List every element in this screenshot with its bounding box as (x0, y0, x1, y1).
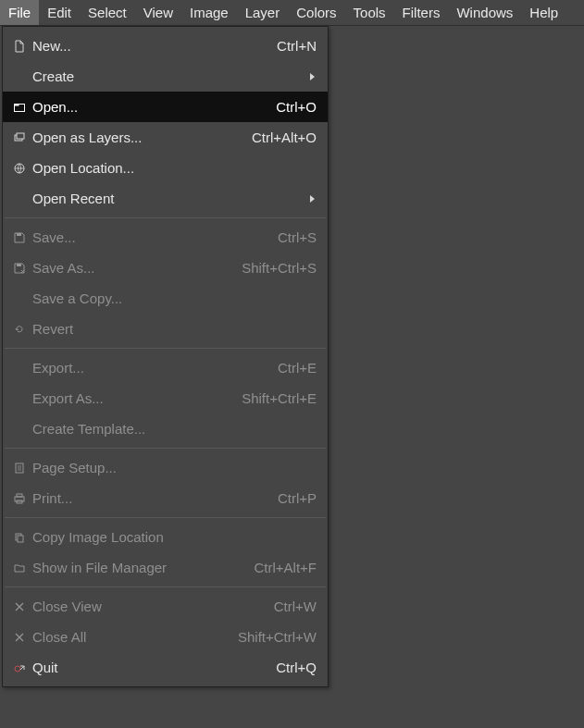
save-icon (10, 231, 29, 244)
menu-item-label: Copy Image Location (29, 529, 317, 545)
menu-item-label: Save a Copy... (29, 290, 317, 306)
menu-item-label: Open Location... (29, 160, 317, 176)
layers-icon (10, 131, 29, 144)
svg-rect-3 (17, 133, 24, 139)
menubar-item-view[interactable]: View (135, 0, 181, 25)
menu-item-label: Export... (29, 360, 267, 376)
menu-item-label: Page Setup... (29, 460, 317, 475)
menubar-item-image[interactable]: Image (181, 0, 237, 25)
menu-item-accel: Shift+Ctrl+W (227, 629, 317, 645)
menu-item-accel: Ctrl+O (265, 99, 317, 115)
menu-item-label: Create (29, 68, 298, 84)
close-all-icon (10, 632, 29, 643)
menubar-item-filters[interactable]: Filters (394, 0, 449, 25)
menu-item-label: Open Recent (29, 191, 298, 206)
menu-item-accel: Ctrl+P (267, 490, 317, 506)
menu-item-quit[interactable]: Quit Ctrl+Q (3, 652, 328, 683)
menu-item-export-as: Export As... Shift+Ctrl+E (3, 383, 328, 413)
menu-item-copy-image-location: Copy Image Location (3, 522, 328, 552)
menu-separator (5, 586, 326, 587)
menu-item-accel: Ctrl+Q (265, 660, 317, 675)
menu-item-accel: Ctrl+W (263, 598, 317, 614)
menu-item-accel: Ctrl+N (266, 38, 317, 54)
menu-item-accel: Ctrl+E (267, 360, 317, 376)
menu-item-save: Save... Ctrl+S (3, 222, 328, 253)
menu-item-accel: Ctrl+Alt+O (241, 130, 317, 145)
menu-item-open-as-layers[interactable]: Open as Layers... Ctrl+Alt+O (3, 122, 328, 153)
menu-item-open-recent[interactable]: Open Recent (3, 183, 328, 214)
file-menu: New... Ctrl+N Create Open... Ctrl+O Open… (2, 26, 329, 687)
menu-item-label: Show in File Manager (29, 560, 242, 575)
menu-item-accel: Ctrl+S (267, 229, 317, 245)
folder-icon (10, 561, 29, 574)
menubar-item-file[interactable]: File (0, 0, 39, 25)
menu-item-label: Open... (29, 99, 265, 115)
menu-item-label: Export As... (29, 390, 230, 406)
svg-rect-5 (17, 233, 21, 236)
svg-point-13 (15, 666, 20, 672)
menubar-item-colors[interactable]: Colors (288, 0, 344, 25)
page-setup-icon (10, 462, 29, 475)
menu-item-label: Open as Layers... (29, 130, 241, 145)
menubar-item-edit[interactable]: Edit (39, 0, 80, 25)
menu-item-label: Quit (29, 660, 265, 675)
submenu-chevron-icon (298, 72, 317, 81)
menu-item-page-setup: Page Setup... (3, 452, 328, 483)
menu-item-label: Print... (29, 490, 267, 506)
menu-item-label: Close View (29, 598, 263, 614)
revert-icon (10, 323, 29, 336)
menubar-item-help[interactable]: Help (521, 0, 566, 25)
menu-item-create[interactable]: Create (3, 61, 328, 92)
svg-rect-12 (18, 536, 23, 542)
svg-rect-9 (17, 494, 22, 497)
menu-separator (5, 517, 326, 518)
svg-rect-1 (15, 104, 19, 105)
close-icon (10, 601, 29, 612)
submenu-chevron-icon (298, 194, 317, 204)
menubar-item-select[interactable]: Select (80, 0, 135, 25)
menu-item-open[interactable]: Open... Ctrl+O (3, 92, 328, 122)
menubar-item-layer[interactable]: Layer (237, 0, 289, 25)
menu-item-accel: Ctrl+Alt+F (242, 560, 317, 575)
menu-item-print: Print... Ctrl+P (3, 483, 328, 513)
globe-icon (10, 162, 29, 175)
menu-item-label: Create Template... (29, 421, 317, 437)
menu-item-export: Export... Ctrl+E (3, 352, 328, 383)
new-file-icon (10, 40, 29, 53)
menu-item-new[interactable]: New... Ctrl+N (3, 31, 328, 61)
quit-icon (10, 661, 29, 674)
menu-separator (5, 217, 326, 218)
menu-item-label: Close All (29, 629, 227, 645)
menu-separator (5, 448, 326, 449)
menu-item-save-a-copy: Save a Copy... (3, 283, 328, 314)
menu-item-accel: Shift+Ctrl+E (230, 390, 317, 406)
menu-separator (5, 348, 326, 349)
menu-item-label: Save As... (29, 260, 230, 276)
menu-item-open-location[interactable]: Open Location... (3, 153, 328, 183)
open-icon (10, 101, 29, 114)
save-as-icon (10, 262, 29, 275)
menu-item-close-all: Close All Shift+Ctrl+W (3, 622, 328, 652)
menu-item-create-template: Create Template... (3, 413, 328, 444)
print-icon (10, 492, 29, 505)
menu-item-label: New... (29, 38, 266, 54)
menu-item-accel: Shift+Ctrl+S (230, 260, 317, 276)
copy-icon (10, 531, 29, 544)
menu-item-close-view: Close View Ctrl+W (3, 591, 328, 622)
menu-item-label: Revert (29, 321, 317, 337)
menu-item-save-as: Save As... Shift+Ctrl+S (3, 253, 328, 283)
svg-rect-6 (17, 264, 21, 266)
menu-item-label: Save... (29, 229, 267, 245)
menu-item-show-in-file-manager: Show in File Manager Ctrl+Alt+F (3, 552, 328, 583)
menubar: File Edit Select View Image Layer Colors… (0, 0, 584, 26)
menu-item-revert: Revert (3, 314, 328, 344)
menubar-item-tools[interactable]: Tools (345, 0, 394, 25)
menubar-item-windows[interactable]: Windows (448, 0, 521, 25)
